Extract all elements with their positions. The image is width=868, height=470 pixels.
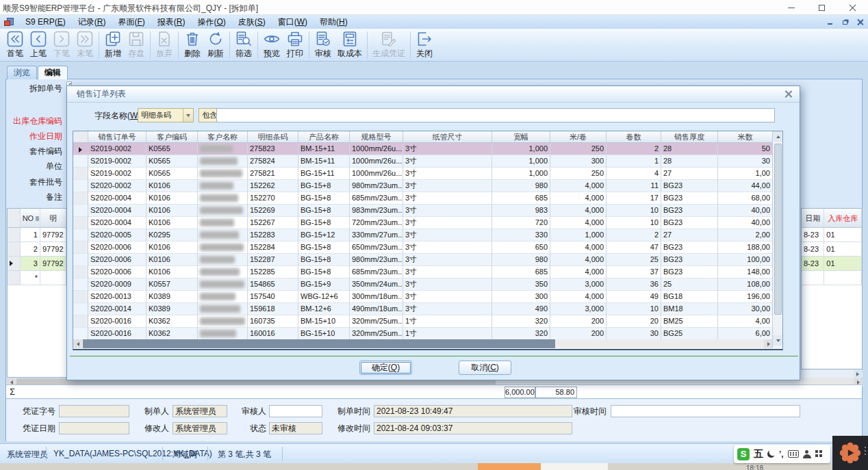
scroll-left-icon[interactable] xyxy=(73,339,82,348)
grid-row[interactable]: 8-2301 xyxy=(802,228,862,242)
recorder-app-logo[interactable] xyxy=(832,436,868,470)
punctuation-icon[interactable]: ’, xyxy=(779,449,784,459)
tab-browse[interactable]: 浏览 xyxy=(7,66,37,79)
toolbar-button-refresh[interactable]: 刷新 xyxy=(204,29,227,61)
keyboard-icon[interactable] xyxy=(788,450,799,458)
column-header[interactable]: 明细条码 xyxy=(248,131,298,143)
grid-row[interactable]: 297792 xyxy=(8,242,66,257)
mdi-restore-button[interactable] xyxy=(839,17,850,27)
column-header[interactable]: 宽幅 xyxy=(492,131,550,143)
sales-order-row[interactable]: S2020-0016K0362160735BM-15+10320mm/25um.… xyxy=(73,315,782,328)
toolbar-button-close[interactable]: 关闭 xyxy=(413,29,436,61)
chevron-down-icon[interactable] xyxy=(183,109,193,122)
sales-order-row[interactable]: S2019-0002K0565275821BG-15+111000mm/26u.… xyxy=(73,168,782,180)
column-warehouse[interactable]: 入库仓库 xyxy=(824,209,862,227)
footer-field[interactable] xyxy=(611,405,800,417)
grid-row[interactable] xyxy=(802,271,862,285)
toolbar-button-del[interactable]: 删除 xyxy=(181,29,204,61)
person-icon[interactable] xyxy=(803,450,811,458)
menu-item-3[interactable]: 报表(R) xyxy=(151,15,192,29)
column-header[interactable]: 卷数 xyxy=(607,131,661,143)
column-no[interactable]: NO xyxy=(21,209,40,227)
filter-value-input[interactable] xyxy=(216,108,775,122)
scroll-up-icon[interactable] xyxy=(773,131,783,142)
mdi-minimize-button[interactable] xyxy=(824,17,835,27)
column-header[interactable]: 客户名称 xyxy=(198,131,248,143)
column-header[interactable]: 销售厚度 xyxy=(661,131,718,143)
grid-row[interactable]: * xyxy=(8,271,66,285)
sales-order-row[interactable]: S2019-0002K0565275824BM-15+111000mm/26u.… xyxy=(73,155,782,168)
sales-order-row[interactable]: S2020-0004K0106152269BG-15+8983mm/23um..… xyxy=(73,205,782,217)
detail-grid-hscrollbar[interactable] xyxy=(801,370,863,378)
moon-icon[interactable] xyxy=(767,449,776,458)
sales-order-row[interactable]: S2020-0009K0557154865BG-15+9350mm/24um..… xyxy=(73,278,782,291)
sales-order-row[interactable]: S2020-0006K0106152285BG-15+8685mm/23um..… xyxy=(73,266,782,278)
scroll-down-icon[interactable] xyxy=(773,335,783,345)
toolbar-button-preview[interactable]: 预览 xyxy=(260,29,283,61)
sales-order-row[interactable]: S2020-0004K0106152270BG-15+8685mm/23um..… xyxy=(73,192,782,205)
column-header[interactable]: 纸管尺寸 xyxy=(403,131,492,143)
toolbar-button-audit[interactable]: 审核 xyxy=(311,29,335,61)
sales-order-row[interactable]: S2020-0013K0389157540WBG-12+6300mm/18um.… xyxy=(73,291,782,303)
table-hscrollbar[interactable] xyxy=(73,339,773,348)
toolbar-button-add[interactable]: 新增 xyxy=(101,29,125,61)
toolbar-button-filter[interactable]: 筛选 xyxy=(232,29,255,61)
hscroll-thumb[interactable] xyxy=(83,339,555,348)
toolbar-button-print[interactable]: 打印 xyxy=(283,29,307,61)
column-date[interactable]: 日期 xyxy=(802,209,824,227)
column-header[interactable]: 米数 xyxy=(718,131,773,143)
taskbar-segment[interactable] xyxy=(541,463,608,470)
menu-item-7[interactable]: 帮助(H) xyxy=(314,15,354,29)
footer-field[interactable]: 2021-08-24 09:03:37 xyxy=(374,422,572,434)
grid-row[interactable]: 8-2301 xyxy=(802,257,862,271)
menu-item-4[interactable]: 操作(O) xyxy=(191,15,231,29)
footer-field[interactable] xyxy=(59,422,129,434)
mdi-close-button[interactable] xyxy=(854,17,865,27)
column-header[interactable]: 客户编码 xyxy=(146,131,198,143)
toolbar-button-discard[interactable]: 放弃 xyxy=(153,29,176,61)
sales-order-row[interactable]: S2020-0006K0106152284BG-15+8650mm/23um..… xyxy=(73,241,782,254)
sales-order-row[interactable]: S2020-0016K0362160016BG-15+10320mm/25um.… xyxy=(73,328,782,340)
dialog-titlebar[interactable]: 销售订单列表 xyxy=(67,86,800,103)
toolbar-button-voucher[interactable]: 生成凭证 xyxy=(370,29,408,61)
menu-item-6[interactable]: 窗口(W) xyxy=(272,15,314,29)
sales-order-row[interactable]: S2020-0014K0389159618BM-12+6490mm/18um..… xyxy=(73,303,782,315)
menu-item-5[interactable]: 皮肤(S) xyxy=(232,15,272,29)
wubi-mode-icon[interactable]: 五 xyxy=(754,448,763,460)
footer-field[interactable] xyxy=(59,405,129,417)
toolbar-button-next[interactable]: 下笔 xyxy=(50,29,73,61)
column-header[interactable]: 规格型号 xyxy=(350,131,403,143)
column-header[interactable]: 米/卷 xyxy=(550,131,607,143)
footer-field[interactable]: 系统管理员 xyxy=(173,422,227,434)
dialog-close-icon[interactable] xyxy=(784,90,793,98)
vscroll-thumb[interactable] xyxy=(774,144,782,315)
sales-order-row[interactable]: S2020-0006K0106152287BG-15+8980mm/23um..… xyxy=(73,254,782,266)
taskbar-active-segment[interactable] xyxy=(478,463,541,470)
window-maximize-button[interactable] xyxy=(806,0,837,15)
toolbar-button-cost[interactable]: 取成本 xyxy=(335,29,365,61)
scroll-right-icon[interactable] xyxy=(854,370,862,378)
menu-item-0[interactable]: S9 ERP(E) xyxy=(19,15,72,29)
cancel-button[interactable]: 取消(C) xyxy=(459,361,511,375)
sales-order-row[interactable]: S2019-0002K0565275823BM-15+111000mm/26u.… xyxy=(73,143,782,155)
tab-edit[interactable]: 编辑 xyxy=(38,66,68,79)
ok-button[interactable]: 确定(Q) xyxy=(359,361,412,375)
filter-field-select[interactable]: 明细条码 xyxy=(138,108,194,122)
window-close-button[interactable] xyxy=(837,0,868,15)
footer-field[interactable]: 系统管理员 xyxy=(173,405,227,417)
sales-order-row[interactable]: S2020-0005K0295152283BG-15+12330mm/27um.… xyxy=(73,229,782,241)
footer-field[interactable]: 2021-08-23 10:49:47 xyxy=(374,405,572,417)
toolbar-button-first[interactable]: 首笔 xyxy=(3,29,27,61)
footer-field[interactable]: 未审核 xyxy=(269,422,322,434)
menu-item-2[interactable]: 界面(F) xyxy=(112,15,151,29)
grid-row[interactable]: 197792 xyxy=(8,228,66,242)
table-vscrollbar[interactable] xyxy=(772,131,782,348)
column-header[interactable]: 产品名称 xyxy=(298,131,350,143)
window-minimize-button[interactable] xyxy=(776,0,806,15)
toolbar-button-prev[interactable]: 上笔 xyxy=(27,29,50,61)
tools-icon[interactable] xyxy=(815,450,823,458)
footer-field[interactable] xyxy=(269,405,322,417)
toolbar-button-last[interactable]: 末笔 xyxy=(73,29,97,61)
toolbar-button-save[interactable]: 存盘 xyxy=(125,29,148,61)
menu-item-1[interactable]: 记录(R) xyxy=(72,15,112,29)
